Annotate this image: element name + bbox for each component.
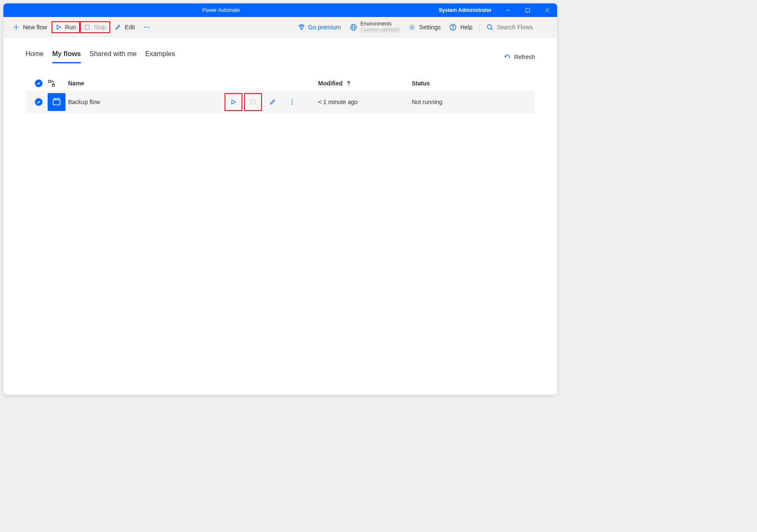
ellipsis-icon — [143, 24, 150, 31]
new-flow-button[interactable]: New flow — [9, 21, 51, 33]
svg-marker-6 — [57, 25, 61, 29]
help-label: Help — [460, 24, 472, 31]
search-icon — [487, 24, 493, 31]
search-flows[interactable] — [482, 21, 552, 33]
titlebar: Power Automate System Administrator — [3, 3, 557, 17]
diamond-icon — [298, 24, 305, 31]
content-area: Home My flows Shared with me Examples Re… — [3, 37, 557, 395]
flow-modified: < 1 minute ago — [318, 99, 412, 105]
tabs-row: Home My flows Shared with me Examples Re… — [26, 50, 535, 63]
stop-label: Stop — [94, 24, 106, 31]
settings-button[interactable]: Settings — [404, 21, 445, 34]
svg-rect-22 — [53, 100, 60, 105]
close-button[interactable] — [538, 3, 557, 17]
svg-rect-27 — [251, 100, 255, 104]
stop-button[interactable]: Stop — [80, 21, 110, 33]
edit-label: Edit — [125, 24, 135, 31]
environments-button[interactable]: Environments Contoso (default) — [345, 19, 404, 35]
run-label: Run — [65, 24, 76, 31]
svg-rect-7 — [85, 25, 89, 29]
refresh-button[interactable]: Refresh — [504, 54, 535, 60]
svg-line-18 — [491, 28, 493, 30]
table-header: Name Modified Status — [26, 76, 535, 91]
column-status[interactable]: Status — [412, 80, 531, 87]
maximize-button[interactable] — [518, 3, 538, 17]
edit-button[interactable]: Edit — [110, 21, 139, 33]
svg-rect-1 — [526, 8, 530, 12]
column-name[interactable]: Name — [68, 80, 225, 87]
flow-icon — [48, 93, 68, 111]
row-select[interactable] — [30, 98, 48, 106]
tab-my-flows[interactable]: My flows — [52, 50, 81, 63]
tab-examples[interactable]: Examples — [145, 50, 175, 63]
tabs: Home My flows Shared with me Examples — [26, 50, 175, 63]
search-input[interactable] — [497, 24, 548, 31]
go-premium-label: Go premium — [308, 24, 341, 31]
table-row[interactable]: Backup flow < 1 minute ago Not running — [26, 91, 535, 113]
flow-status: Not running — [412, 99, 531, 105]
flow-name[interactable]: Backup flow — [68, 99, 225, 105]
svg-point-17 — [487, 25, 492, 29]
tab-home[interactable]: Home — [26, 50, 44, 63]
select-all[interactable] — [30, 79, 48, 87]
toolbar-separator — [479, 21, 480, 33]
new-flow-label: New flow — [23, 24, 47, 31]
environment-name: Contoso (default) — [361, 27, 400, 33]
sort-ascending-icon — [346, 81, 351, 86]
settings-label: Settings — [419, 24, 441, 31]
environments-label: Environments — [361, 21, 400, 27]
help-button[interactable]: Help — [445, 21, 477, 34]
row-edit-button[interactable] — [264, 93, 282, 111]
flow-type-icon — [48, 79, 68, 87]
svg-point-28 — [292, 99, 293, 101]
refresh-label: Refresh — [514, 54, 535, 60]
pencil-icon — [114, 24, 121, 31]
svg-point-29 — [292, 102, 293, 103]
flows-table: Name Modified Status Backup flow — [26, 76, 535, 113]
svg-point-8 — [144, 26, 145, 27]
svg-point-9 — [146, 26, 147, 27]
tab-shared[interactable]: Shared with me — [89, 50, 137, 63]
go-premium-button[interactable]: Go premium — [294, 21, 345, 33]
svg-point-30 — [292, 104, 293, 105]
play-icon — [56, 24, 62, 30]
plus-icon — [13, 24, 20, 31]
app-window: Power Automate System Administrator New … — [3, 3, 557, 395]
gear-icon — [408, 23, 416, 31]
svg-point-14 — [411, 26, 413, 28]
help-icon — [449, 23, 457, 31]
minimize-button[interactable] — [498, 3, 518, 17]
refresh-icon — [504, 54, 511, 60]
globe-icon — [350, 23, 357, 31]
window-user: System Administrator — [439, 7, 498, 13]
svg-point-16 — [453, 28, 453, 29]
svg-marker-26 — [232, 100, 236, 104]
stop-icon — [84, 24, 90, 30]
toolbar: New flow Run Stop Edit Go premium Enviro… — [3, 17, 557, 37]
column-modified[interactable]: Modified — [318, 80, 412, 87]
row-stop-button[interactable] — [244, 93, 262, 111]
row-more-button[interactable] — [283, 93, 301, 111]
svg-rect-19 — [48, 80, 51, 82]
svg-point-10 — [148, 26, 149, 27]
row-run-button[interactable] — [225, 93, 242, 111]
run-button[interactable]: Run — [51, 21, 80, 33]
window-title: Power Automate — [3, 7, 439, 13]
more-button[interactable] — [139, 21, 154, 33]
